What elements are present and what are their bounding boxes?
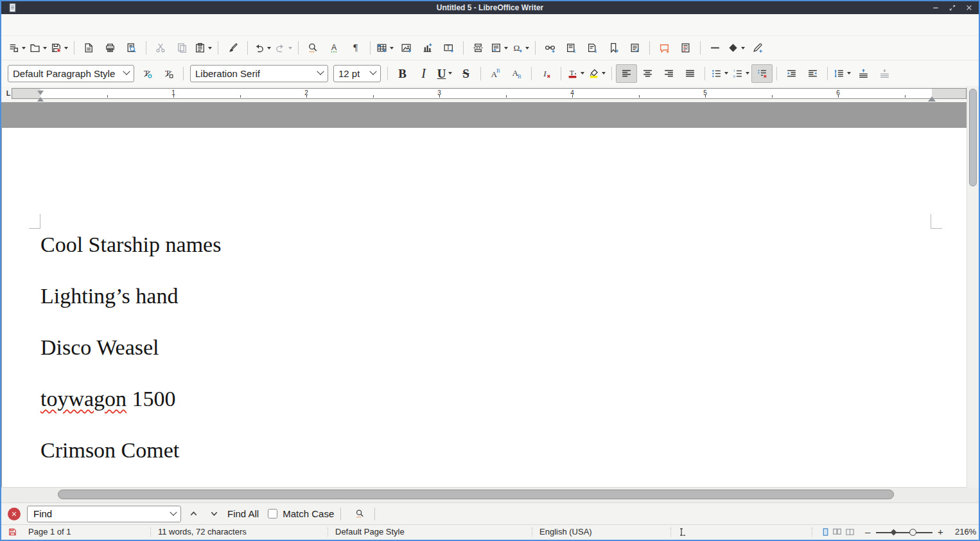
insert-footnote-button[interactable]: [561, 39, 582, 57]
text-language[interactable]: English (USA): [539, 525, 592, 539]
open-button[interactable]: [28, 39, 49, 57]
new-style-button[interactable]: [158, 64, 179, 83]
horizontal-scrollbar-thumb[interactable]: [58, 490, 894, 499]
italic-button[interactable]: I: [413, 64, 434, 83]
insert-hyperlink-button[interactable]: [539, 39, 561, 57]
special-character-button[interactable]: [510, 39, 531, 57]
paste-button[interactable]: [193, 39, 214, 57]
dropdown-arrow[interactable]: [390, 47, 394, 49]
horizontal-scrollbar[interactable]: [1, 487, 979, 502]
close-find-bar-button[interactable]: [8, 508, 21, 520]
document-paragraph[interactable]: Lighting’s hand: [40, 282, 928, 310]
document-paragraph[interactable]: toywagon 1500: [40, 385, 928, 413]
document-modified-icon[interactable]: [8, 525, 17, 539]
font-color-button[interactable]: [565, 64, 586, 83]
insert-cross-reference-button[interactable]: [624, 39, 645, 57]
find-next-button[interactable]: [206, 506, 222, 522]
copy-button[interactable]: [171, 39, 193, 57]
dropdown-arrow[interactable]: [724, 72, 728, 75]
dropdown-arrow[interactable]: [581, 72, 584, 75]
page-count[interactable]: Page 1 of 1: [28, 525, 71, 539]
no-list-button[interactable]: [751, 64, 773, 83]
dropdown-arrow[interactable]: [602, 72, 606, 75]
print-preview-button[interactable]: [121, 39, 142, 57]
subscript-button[interactable]: [506, 64, 527, 83]
update-style-button[interactable]: [137, 64, 158, 83]
basic-shapes-button[interactable]: [726, 39, 747, 57]
bold-button[interactable]: B: [392, 64, 413, 83]
new-document-button[interactable]: [6, 39, 28, 57]
find-previous-button[interactable]: [185, 506, 202, 522]
cut-button[interactable]: [150, 39, 171, 57]
dropdown-arrow[interactable]: [741, 47, 745, 49]
page-style[interactable]: Default Page Style: [335, 525, 405, 539]
vertical-scrollbar-thumb[interactable]: [969, 89, 977, 186]
ruler-strip[interactable]: 123456: [12, 88, 967, 99]
dropdown-arrow[interactable]: [267, 47, 271, 49]
find-input[interactable]: [32, 508, 171, 520]
font-size-select[interactable]: 12 pt: [333, 65, 381, 82]
insert-image-button[interactable]: [396, 39, 417, 57]
increase-indent-button[interactable]: [781, 64, 802, 83]
insert-chart-button[interactable]: [417, 39, 438, 57]
zoom-slider-track[interactable]: [876, 532, 932, 533]
formatting-marks-button[interactable]: [345, 39, 366, 57]
chevron-down-icon[interactable]: [123, 68, 130, 75]
insert-comment-button[interactable]: [654, 39, 675, 57]
insert-line-button[interactable]: [704, 39, 726, 57]
undo-button[interactable]: [252, 39, 273, 57]
highlight-color-button[interactable]: [586, 64, 608, 83]
show-draw-functions-button[interactable]: [747, 39, 768, 57]
first-line-indent-marker[interactable]: [37, 91, 44, 95]
paragraph-style-select[interactable]: Default Paragraph Style: [8, 65, 134, 82]
align-right-button[interactable]: [658, 64, 679, 83]
document-canvas[interactable]: Cool Starship namesLighting’s handDisco …: [1, 102, 967, 487]
document-page[interactable]: Cool Starship namesLighting’s handDisco …: [2, 128, 967, 487]
dropdown-arrow[interactable]: [288, 47, 292, 49]
print-button[interactable]: [100, 39, 121, 57]
document-paragraph[interactable]: Crimson Comet: [40, 436, 928, 465]
match-case-label[interactable]: Match Case: [283, 508, 334, 519]
clone-formatting-button[interactable]: [222, 39, 243, 57]
insert-mode-icon[interactable]: [677, 525, 687, 539]
right-indent-marker[interactable]: [928, 96, 936, 102]
dropdown-arrow[interactable]: [448, 72, 452, 75]
track-changes-button[interactable]: [675, 39, 696, 57]
save-button[interactable]: [49, 39, 70, 57]
align-left-button[interactable]: [616, 64, 637, 83]
dropdown-arrow[interactable]: [746, 72, 749, 75]
export-pdf-button[interactable]: [78, 39, 100, 57]
increase-paragraph-spacing-button[interactable]: [853, 64, 874, 83]
chevron-down-icon[interactable]: [317, 68, 324, 75]
close-button[interactable]: [963, 2, 975, 13]
vertical-scrollbar[interactable]: [967, 86, 979, 488]
find-all-button[interactable]: Find All: [227, 508, 259, 519]
document-paragraph[interactable]: Cool Starship names: [40, 231, 928, 259]
minimize-button[interactable]: [930, 2, 941, 13]
underline-button[interactable]: U: [434, 64, 455, 83]
bullet-list-button[interactable]: [709, 64, 730, 83]
numbered-list-button[interactable]: [730, 64, 751, 83]
zoom-slider-thumb[interactable]: [909, 529, 916, 536]
zoom-in-button[interactable]: +: [938, 525, 943, 539]
document-paragraph[interactable]: Disco Weasel: [40, 333, 928, 362]
chevron-down-icon[interactable]: [369, 68, 376, 75]
insert-table-button[interactable]: [374, 39, 396, 57]
line-spacing-button[interactable]: [832, 64, 853, 83]
left-indent-marker[interactable]: [37, 97, 44, 102]
dropdown-arrow[interactable]: [64, 47, 68, 49]
superscript-button[interactable]: [485, 64, 506, 83]
insert-bookmark-button[interactable]: [603, 39, 624, 57]
find-combobox[interactable]: [27, 506, 181, 522]
chevron-down-icon[interactable]: [170, 508, 177, 515]
dropdown-arrow[interactable]: [43, 47, 47, 49]
book-view-button[interactable]: [845, 525, 855, 539]
dropdown-arrow[interactable]: [525, 47, 529, 49]
dropdown-arrow[interactable]: [208, 47, 212, 49]
strikethrough-button[interactable]: S: [455, 64, 477, 83]
document-text[interactable]: Cool Starship namesLighting’s handDisco …: [2, 128, 967, 465]
spelling-button[interactable]: [324, 39, 345, 57]
redo-button[interactable]: [273, 39, 294, 57]
insert-endnote-button[interactable]: [582, 39, 603, 57]
dropdown-arrow[interactable]: [22, 47, 26, 49]
